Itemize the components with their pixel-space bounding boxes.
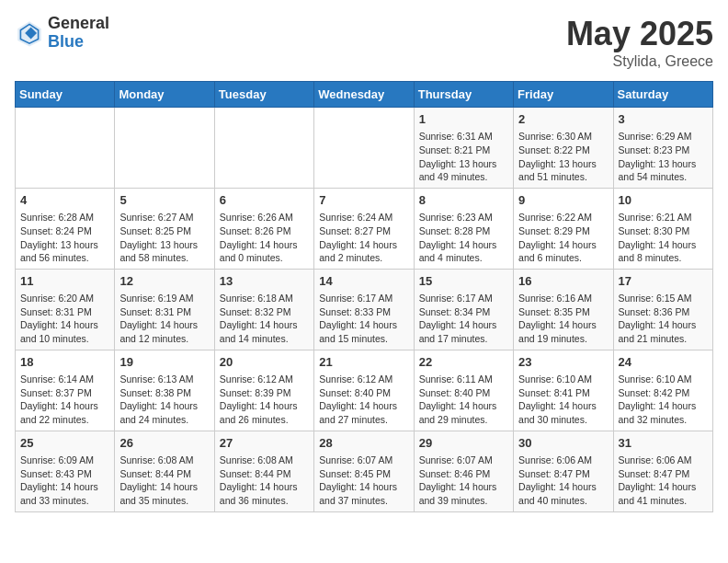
day-number: 1 [419, 111, 508, 128]
day-info: Daylight: 14 hours and 8 minutes. [619, 238, 708, 265]
calendar-week-row: 1Sunrise: 6:31 AMSunset: 8:21 PMDaylight… [16, 108, 713, 189]
day-number: 24 [619, 354, 708, 371]
day-info: Sunrise: 6:29 AM [619, 130, 708, 144]
day-number: 20 [220, 354, 309, 371]
day-info: Sunrise: 6:19 AM [119, 292, 209, 305]
calendar-cell: 12Sunrise: 6:19 AMSunset: 8:31 PMDayligh… [115, 269, 214, 350]
day-number: 8 [419, 192, 508, 209]
day-info: Daylight: 14 hours and 15 minutes. [319, 318, 408, 345]
day-info: Sunset: 8:42 PM [619, 386, 708, 400]
calendar-cell: 24Sunrise: 6:10 AMSunset: 8:42 PMDayligh… [613, 350, 712, 431]
day-info: Sunset: 8:32 PM [220, 305, 309, 319]
day-info: Sunrise: 6:17 AM [319, 292, 408, 305]
day-header-saturday: Saturday [613, 82, 712, 108]
day-info: Daylight: 13 hours and 54 minutes. [619, 157, 708, 184]
day-info: Sunset: 8:37 PM [20, 386, 109, 400]
day-header-thursday: Thursday [414, 82, 513, 108]
day-info: Sunset: 8:25 PM [119, 224, 209, 238]
day-info: Sunset: 8:36 PM [619, 305, 708, 319]
calendar-cell: 22Sunrise: 6:11 AMSunset: 8:40 PMDayligh… [414, 350, 513, 431]
calendar-cell: 1Sunrise: 6:31 AMSunset: 8:21 PMDaylight… [414, 108, 513, 189]
day-number: 19 [119, 354, 209, 371]
day-number: 6 [220, 192, 309, 209]
day-number: 7 [319, 192, 408, 209]
day-info: Daylight: 14 hours and 17 minutes. [419, 318, 508, 345]
day-number: 25 [20, 435, 109, 452]
day-info: Sunrise: 6:20 AM [20, 292, 109, 305]
day-info: Sunset: 8:23 PM [619, 144, 708, 157]
day-info: Daylight: 14 hours and 14 minutes. [220, 318, 309, 345]
calendar-cell: 8Sunrise: 6:23 AMSunset: 8:28 PMDaylight… [414, 188, 513, 269]
day-info: Sunrise: 6:11 AM [419, 373, 508, 386]
day-info: Sunrise: 6:21 AM [619, 211, 708, 224]
day-info: Sunset: 8:47 PM [619, 467, 708, 481]
calendar-cell: 10Sunrise: 6:21 AMSunset: 8:30 PMDayligh… [613, 188, 712, 269]
day-info: Sunrise: 6:06 AM [518, 454, 608, 467]
calendar-week-row: 4Sunrise: 6:28 AMSunset: 8:24 PMDaylight… [16, 188, 713, 269]
day-info: Sunrise: 6:30 AM [518, 130, 608, 144]
day-number: 13 [220, 273, 309, 290]
calendar-cell: 6Sunrise: 6:26 AMSunset: 8:26 PMDaylight… [214, 188, 313, 269]
calendar-cell: 19Sunrise: 6:13 AMSunset: 8:38 PMDayligh… [115, 350, 214, 431]
calendar-header-row: SundayMondayTuesdayWednesdayThursdayFrid… [16, 82, 713, 108]
day-number: 14 [319, 273, 408, 290]
calendar-cell: 15Sunrise: 6:17 AMSunset: 8:34 PMDayligh… [414, 269, 513, 350]
day-number: 29 [419, 435, 508, 452]
day-info: Sunset: 8:31 PM [119, 305, 209, 319]
day-info: Daylight: 14 hours and 0 minutes. [220, 238, 309, 265]
calendar-week-row: 18Sunrise: 6:14 AMSunset: 8:37 PMDayligh… [16, 350, 713, 431]
day-header-sunday: Sunday [16, 82, 115, 108]
day-info: Daylight: 14 hours and 22 minutes. [20, 399, 109, 426]
day-number: 16 [518, 273, 608, 290]
calendar-cell [214, 108, 313, 189]
day-info: Sunrise: 6:22 AM [518, 211, 608, 224]
day-header-friday: Friday [514, 82, 613, 108]
calendar-title: May 2025 [566, 15, 713, 53]
calendar-cell: 31Sunrise: 6:06 AMSunset: 8:47 PMDayligh… [613, 431, 712, 511]
calendar-cell: 23Sunrise: 6:10 AMSunset: 8:41 PMDayligh… [514, 350, 613, 431]
day-info: Daylight: 14 hours and 37 minutes. [319, 480, 408, 507]
day-info: Daylight: 14 hours and 21 minutes. [619, 318, 708, 345]
day-number: 30 [518, 435, 608, 452]
day-number: 2 [518, 111, 608, 128]
day-info: Sunset: 8:28 PM [419, 224, 508, 238]
day-info: Sunrise: 6:13 AM [119, 373, 209, 386]
day-info: Sunset: 8:45 PM [319, 467, 408, 481]
day-info: Daylight: 14 hours and 33 minutes. [20, 480, 109, 507]
logo-blue: Blue [48, 33, 109, 52]
day-info: Sunset: 8:21 PM [419, 144, 508, 157]
calendar-cell: 18Sunrise: 6:14 AMSunset: 8:37 PMDayligh… [16, 350, 115, 431]
day-info: Daylight: 13 hours and 58 minutes. [119, 238, 209, 265]
calendar-cell: 29Sunrise: 6:07 AMSunset: 8:46 PMDayligh… [414, 431, 513, 511]
day-info: Sunrise: 6:08 AM [220, 454, 309, 467]
day-info: Daylight: 14 hours and 30 minutes. [518, 399, 608, 426]
day-info: Daylight: 14 hours and 29 minutes. [419, 399, 508, 426]
day-info: Daylight: 14 hours and 32 minutes. [619, 399, 708, 426]
calendar-cell: 14Sunrise: 6:17 AMSunset: 8:33 PMDayligh… [314, 269, 414, 350]
day-number: 5 [119, 192, 209, 209]
day-info: Sunrise: 6:06 AM [619, 454, 708, 467]
calendar-cell: 9Sunrise: 6:22 AMSunset: 8:29 PMDaylight… [514, 188, 613, 269]
day-info: Sunset: 8:40 PM [419, 386, 508, 400]
calendar-cell: 20Sunrise: 6:12 AMSunset: 8:39 PMDayligh… [214, 350, 313, 431]
calendar-location: Stylida, Greece [566, 53, 713, 70]
day-info: Sunrise: 6:28 AM [20, 211, 109, 224]
day-info: Sunrise: 6:09 AM [20, 454, 109, 467]
day-info: Sunrise: 6:23 AM [419, 211, 508, 224]
calendar-cell: 28Sunrise: 6:07 AMSunset: 8:45 PMDayligh… [314, 431, 414, 511]
day-info: Daylight: 14 hours and 39 minutes. [419, 480, 508, 507]
day-info: Sunset: 8:46 PM [419, 467, 508, 481]
day-info: Daylight: 14 hours and 41 minutes. [619, 480, 708, 507]
calendar-cell: 4Sunrise: 6:28 AMSunset: 8:24 PMDaylight… [16, 188, 115, 269]
calendar-cell [314, 108, 414, 189]
day-number: 3 [619, 111, 708, 128]
calendar-cell: 16Sunrise: 6:16 AMSunset: 8:35 PMDayligh… [514, 269, 613, 350]
day-info: Sunrise: 6:12 AM [319, 373, 408, 386]
day-info: Daylight: 14 hours and 2 minutes. [319, 238, 408, 265]
title-block: May 2025 Stylida, Greece [566, 15, 713, 70]
day-number: 12 [119, 273, 209, 290]
day-info: Sunrise: 6:17 AM [419, 292, 508, 305]
calendar-cell: 7Sunrise: 6:24 AMSunset: 8:27 PMDaylight… [314, 188, 414, 269]
day-info: Daylight: 14 hours and 35 minutes. [119, 480, 209, 507]
day-info: Daylight: 13 hours and 56 minutes. [20, 238, 109, 265]
